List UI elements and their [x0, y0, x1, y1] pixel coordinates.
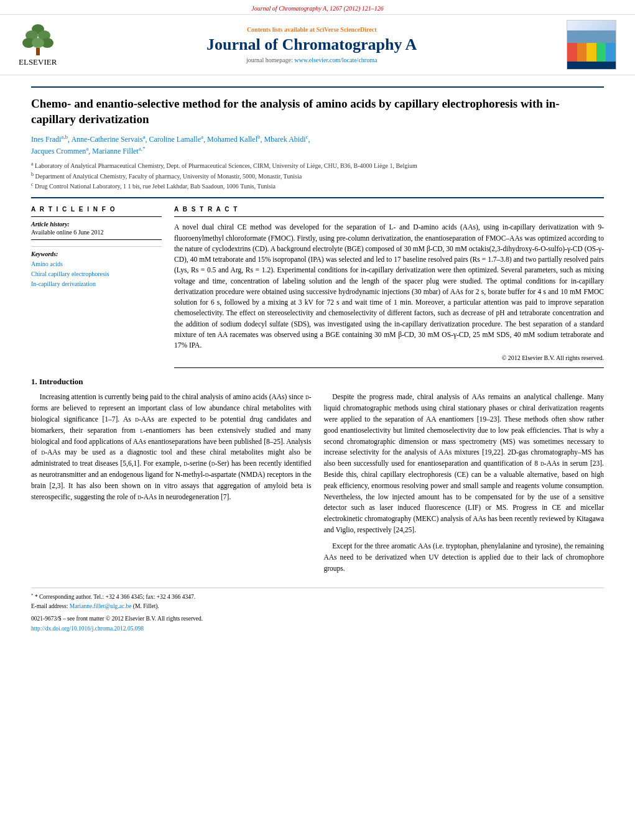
affiliation-b: Department of Analytical Chemistry, Facu… [35, 173, 302, 180]
intro-para-1: Increasing attention is currently being … [31, 392, 312, 502]
email-label: E-mail address: [31, 603, 70, 609]
page-wrapper: Journal of Chromatography A, 1267 (2012)… [0, 0, 635, 840]
email-suffix: (M. Fillet). [131, 603, 159, 609]
homepage-label: journal homepage: [246, 57, 294, 63]
article-title: Chemo- and enantio-selective method for … [31, 96, 604, 127]
corresponding-author-note: * * Corresponding author. Tel.: +32 4 36… [31, 592, 604, 601]
affiliations: a Laboratory of Analytical Pharmaceutica… [31, 160, 604, 191]
sciverse-line: Contents lists available at SciVerse Sci… [247, 26, 377, 33]
intro-para-2: Despite the progress made, chiral analys… [324, 392, 605, 536]
article-info-label: A R T I C L E I N F O [31, 206, 162, 213]
journal-cover-image [567, 20, 616, 70]
footnote-section: * * Corresponding author. Tel.: +32 4 36… [31, 588, 604, 632]
article-info-col: A R T I C L E I N F O Article history: A… [31, 206, 162, 368]
main-content: Chemo- and enantio-selective method for … [0, 75, 635, 644]
abstract-col: A B S T R A C T A novel dual chiral CE m… [174, 206, 604, 368]
keywords-block: Keywords: Amino acids Chiral capillary e… [31, 246, 162, 289]
journal-homepage: journal homepage: www.elsevier.com/locat… [246, 57, 377, 63]
affiliation-a: Laboratory of Analytical Pharmaceutical … [35, 163, 417, 170]
homepage-url[interactable]: www.elsevier.com/locate/chroma [294, 57, 377, 63]
keyword-1: Amino acids [31, 259, 162, 269]
svg-point-5 [32, 38, 44, 48]
mid-divider [31, 197, 604, 198]
issn-text: 0021-9673/$ – see front matter © 2012 El… [31, 614, 604, 623]
corresponding-author-text: * Corresponding author. Tel.: +32 4 366 … [35, 594, 195, 601]
abstract-content: A novel dual chiral CE method was develo… [174, 223, 604, 349]
section1-title: Introduction [39, 377, 83, 386]
affiliation-c: Drug Control National Laboratory, 1 1 bi… [35, 183, 276, 190]
introduction-section: 1. Introduction Increasing attention is … [31, 377, 604, 579]
journal-ref-bar: Journal of Chromatography A, 1267 (2012)… [0, 0, 635, 15]
intro-two-col: Increasing attention is currently being … [31, 392, 604, 579]
email-note: E-mail address: Marianne.fillet@ulg.ac.b… [31, 602, 604, 611]
elsevier-logo-area: ELSEVIER [19, 23, 57, 67]
sciverse-link[interactable]: SciVerse ScienceDirect [317, 26, 377, 33]
color-bars [567, 43, 616, 62]
sciverse-text: Contents lists available at [247, 26, 317, 33]
journal-ref: Journal of Chromatography A, 1267 (2012)… [251, 5, 384, 12]
journal-title: Journal of Chromatography A [206, 35, 417, 54]
available-online: Available online 6 June 2012 [31, 229, 162, 236]
journal-title-area: Contents lists available at SciVerse Sci… [57, 26, 567, 63]
journal-header: ELSEVIER Contents lists available at Sci… [0, 15, 635, 75]
keywords-list: Amino acids Chiral capillary electrophor… [31, 259, 162, 289]
info-abstract-section: A R T I C L E I N F O Article history: A… [31, 206, 604, 368]
keyword-2: Chiral capillary electrophoresis [31, 269, 162, 279]
article-history-block: Article history: Available online 6 June… [31, 216, 162, 240]
copyright: © 2012 Elsevier B.V. All rights reserved… [174, 353, 604, 362]
elsevier-tree-icon [19, 23, 57, 57]
abstract-label: A B S T R A C T [174, 206, 604, 213]
abstract-text: A novel dual chiral CE method was develo… [174, 216, 604, 368]
email-link[interactable]: Marianne.fillet@ulg.ac.be [70, 603, 132, 609]
intro-para-3: Except for the three aromatic AAs (i.e. … [324, 541, 605, 574]
issn-line: 0021-9673/$ – see front matter © 2012 El… [31, 614, 604, 632]
section1-number: 1. [31, 377, 37, 386]
history-label: Article history: [31, 221, 162, 228]
top-divider [31, 86, 604, 88]
section1-heading: 1. Introduction [31, 377, 604, 387]
intro-col-left: Increasing attention is currently being … [31, 392, 312, 579]
svg-rect-6 [36, 48, 40, 55]
elsevier-label: ELSEVIER [19, 57, 57, 67]
keyword-3: In-capillary derivatization [31, 279, 162, 289]
doi-link[interactable]: http://dx.doi.org/10.1016/j.chroma.2012.… [31, 625, 144, 632]
authors-line: Ines Fradia,b, Anne-Catherine Servaisa, … [31, 133, 604, 157]
intro-col-right: Despite the progress made, chiral analys… [324, 392, 605, 579]
keywords-heading: Keywords: [31, 251, 162, 257]
doi-text: http://dx.doi.org/10.1016/j.chroma.2012.… [31, 625, 604, 632]
